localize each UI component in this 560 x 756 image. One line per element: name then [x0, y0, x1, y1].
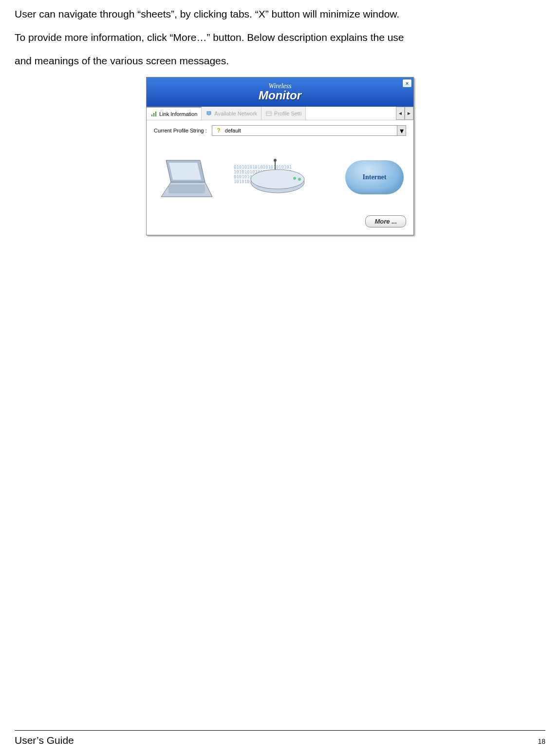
svg-point-11 [251, 170, 304, 189]
profile-select-value: ? default [212, 126, 397, 135]
tab-link-information[interactable]: Link Information [147, 107, 202, 120]
svg-rect-2 [266, 112, 271, 115]
page-footer: User’s Guide 18 [15, 730, 545, 746]
close-icon: × [406, 80, 409, 86]
internet-label: Internet [363, 173, 387, 181]
app-title-logo: Wireless Monitor [259, 83, 301, 101]
svg-rect-7 [168, 185, 205, 193]
tab-scroll-right-button[interactable]: ► [405, 107, 413, 120]
footer-title: User’s Guide [15, 735, 74, 746]
tab-available-network[interactable]: Available Network [202, 107, 261, 120]
chevron-down-icon: ▾ [400, 126, 404, 135]
network-icon [205, 110, 212, 117]
body-text-line-3: and meanings of the various screen messa… [15, 52, 545, 70]
router-icon: 0101010101010101010101 10101010101010101… [246, 158, 314, 197]
question-icon: ? [215, 127, 222, 134]
profile-value-text: default [225, 128, 241, 133]
profile-icon [265, 110, 272, 117]
laptop-icon [156, 155, 215, 199]
tab-label: Profile Setti [274, 111, 301, 116]
dropdown-arrow-button[interactable]: ▾ [397, 126, 406, 135]
chevron-left-icon: ◄ [398, 111, 403, 116]
more-button[interactable]: More ... [365, 215, 406, 227]
svg-rect-1 [208, 114, 210, 115]
chevron-right-icon: ► [407, 111, 411, 116]
body-text-line-1: User can navigate through “sheets”, by c… [15, 5, 545, 23]
svg-rect-0 [207, 112, 211, 114]
tab-profile-setting[interactable]: Profile Setti [261, 107, 306, 120]
signal-icon [150, 111, 157, 117]
svg-point-9 [274, 159, 277, 162]
profile-select[interactable]: ? default ▾ [212, 125, 406, 136]
tab-strip: Link Information Available Network Profi… [147, 107, 413, 120]
profile-label: Current Profile String : [154, 128, 207, 133]
connection-diagram: 0101010101010101010101 10101010101010101… [154, 143, 406, 211]
sheet-content: Current Profile String : ? default ▾ [147, 120, 413, 235]
title-monitor: Monitor [259, 90, 301, 101]
svg-point-12 [293, 177, 296, 180]
tab-scroll-buttons: ◄ ► [396, 107, 413, 120]
wireless-monitor-window: Wireless Monitor × Link Information Avai… [146, 77, 414, 235]
svg-marker-5 [169, 163, 201, 180]
tab-label: Available Network [214, 111, 257, 116]
svg-point-13 [298, 178, 301, 181]
internet-cloud-icon: Internet [345, 160, 404, 194]
tab-scroll-left-button[interactable]: ◄ [396, 107, 405, 120]
body-text-line-2: To provide more information, click “More… [15, 28, 545, 47]
profile-row: Current Profile String : ? default ▾ [154, 125, 406, 136]
tab-label: Link Information [159, 111, 197, 117]
titlebar: Wireless Monitor × [147, 77, 413, 107]
close-button[interactable]: × [402, 79, 412, 88]
footer-page-number: 18 [538, 737, 545, 745]
